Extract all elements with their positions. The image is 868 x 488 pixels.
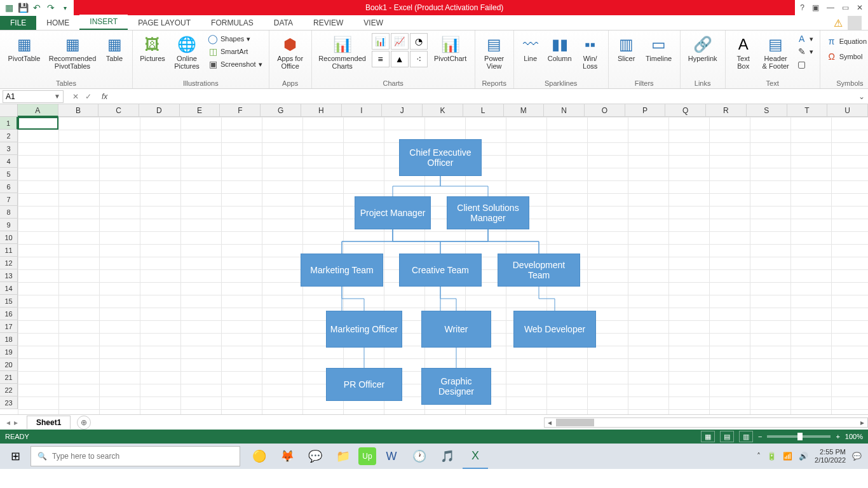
column-header[interactable]: E <box>180 104 220 117</box>
messenger-icon[interactable]: 💬 <box>302 444 328 469</box>
row-header[interactable]: 17 <box>0 320 18 333</box>
row-header[interactable]: 22 <box>0 384 18 396</box>
recommended-charts-button[interactable]: 📊Recommended Charts <box>317 33 368 71</box>
zoom-level[interactable]: 100% <box>845 433 863 440</box>
pie-chart-icon[interactable]: ◔ <box>410 33 428 50</box>
help-icon[interactable]: ? <box>800 3 804 12</box>
maximize-icon[interactable]: ▭ <box>842 3 849 12</box>
column-header[interactable]: C <box>98 104 139 117</box>
apps-for-office-button[interactable]: ⬢Apps for Office <box>275 33 306 71</box>
screenshot-button[interactable]: ▣Screenshot ▾ <box>207 58 264 70</box>
sheet-nav-last-icon[interactable]: ▸ <box>14 418 18 427</box>
row-header[interactable]: 11 <box>0 244 18 257</box>
fx-icon[interactable]: fx <box>98 92 111 101</box>
warning-icon[interactable]: ⚠ <box>834 17 843 29</box>
column-header[interactable]: M <box>504 104 545 117</box>
column-header[interactable]: K <box>423 104 463 117</box>
add-sheet-button[interactable]: ⊕ <box>77 416 91 430</box>
area-chart-icon[interactable]: ▲ <box>391 51 409 67</box>
column-header[interactable]: Q <box>665 104 706 117</box>
chevron-down-icon[interactable]: ▼ <box>54 93 60 100</box>
column-header[interactable]: H <box>301 104 342 117</box>
column-header[interactable]: R <box>706 104 747 117</box>
column-header[interactable]: D <box>139 104 180 117</box>
sparkline-column-button[interactable]: ▮▮Column <box>546 33 574 64</box>
row-header[interactable]: 21 <box>0 371 18 384</box>
row-header[interactable]: 6 <box>0 180 18 193</box>
page-break-view-button[interactable]: ▥ <box>739 431 753 442</box>
smartart-button[interactable]: ◫SmartArt <box>207 46 264 57</box>
org-node[interactable]: PR Officer <box>326 368 402 401</box>
itunes-icon[interactable]: 🎵 <box>435 444 460 469</box>
horizontal-scrollbar[interactable]: ◂ ▸ <box>544 417 868 428</box>
upwork-icon[interactable]: Up <box>358 447 376 465</box>
org-node[interactable]: Creative Team <box>399 254 482 287</box>
sheet-tab-sheet1[interactable]: Sheet1 <box>27 416 71 429</box>
taskbar-search[interactable]: 🔍 Type here to search <box>31 446 240 466</box>
excel-taskbar-icon[interactable]: X <box>463 444 488 469</box>
cell-grid[interactable]: Chief Executive OfficerProject ManagerCl… <box>18 117 868 414</box>
shapes-button[interactable]: ◯Shapes ▾ <box>207 33 264 44</box>
table-button[interactable]: ▦Table <box>102 33 127 64</box>
row-header[interactable]: 15 <box>0 295 18 308</box>
worksheet-area[interactable]: ABCDEFGHIJKLMNOPQRSTU 123456789101112131… <box>0 104 868 414</box>
page-layout-view-button[interactable]: ▤ <box>720 431 734 442</box>
pictures-button[interactable]: 🖼Pictures <box>138 33 167 64</box>
expand-formula-bar-icon[interactable]: ⌄ <box>855 92 868 101</box>
tab-view[interactable]: VIEW <box>353 16 393 30</box>
row-header[interactable]: 19 <box>0 346 18 358</box>
line-chart-icon[interactable]: 📈 <box>391 33 409 50</box>
save-icon[interactable]: 💾 <box>18 3 28 13</box>
org-node[interactable]: Graphic Designer <box>421 368 491 405</box>
redo-icon[interactable]: ↷ <box>46 3 56 13</box>
tab-data[interactable]: DATA <box>264 16 303 30</box>
volume-icon[interactable]: 🔊 <box>799 452 808 461</box>
row-header[interactable]: 23 <box>0 396 18 409</box>
normal-view-button[interactable]: ▦ <box>701 431 715 442</box>
tab-file[interactable]: FILE <box>0 16 36 30</box>
bar-chart-icon[interactable]: 📊 <box>372 33 390 50</box>
row-header[interactable]: 1 <box>0 117 18 130</box>
account-icon[interactable] <box>848 16 862 30</box>
hyperlink-button[interactable]: 🔗Hyperlink <box>686 33 720 64</box>
row-header[interactable]: 2 <box>0 130 18 142</box>
org-node[interactable]: Writer <box>421 311 491 348</box>
column-header[interactable]: A <box>18 104 58 117</box>
slicer-button[interactable]: ▥Slicer <box>614 33 639 64</box>
formula-input[interactable] <box>111 90 855 103</box>
ribbon-options-icon[interactable]: ▣ <box>812 3 819 12</box>
column-header[interactable]: O <box>585 104 625 117</box>
sparkline-winloss-button[interactable]: ▪▪Win/ Loss <box>578 33 603 71</box>
cancel-formula-icon[interactable]: ✕ <box>72 92 79 101</box>
row-header[interactable]: 9 <box>0 219 18 231</box>
recommended-pivottables-button[interactable]: ▦Recommended PivotTables <box>47 33 98 71</box>
column-header[interactable]: T <box>787 104 828 117</box>
column-header[interactable]: N <box>544 104 585 117</box>
clock-app-icon[interactable]: 🕐 <box>407 444 432 469</box>
column-header[interactable]: S <box>747 104 787 117</box>
tab-home[interactable]: HOME <box>36 16 79 30</box>
org-node[interactable]: Client Solutions Manager <box>447 196 529 229</box>
scroll-left-icon[interactable]: ◂ <box>545 418 555 427</box>
notifications-icon[interactable]: 💬 <box>852 452 862 461</box>
org-node[interactable]: Web Developer <box>513 311 596 348</box>
tray-chevron-icon[interactable]: ˄ <box>757 452 761 461</box>
row-header[interactable]: 8 <box>0 206 18 219</box>
column-header[interactable]: F <box>220 104 261 117</box>
chrome-icon[interactable]: 🟡 <box>247 444 272 469</box>
online-pictures-button[interactable]: 🌐Online Pictures <box>171 33 203 71</box>
tab-formulas[interactable]: FORMULAS <box>201 16 264 30</box>
qat-dropdown-icon[interactable]: ▾ <box>60 3 70 13</box>
org-node[interactable]: Chief Executive Officer <box>399 139 482 176</box>
row-header[interactable]: 4 <box>0 155 18 168</box>
firefox-icon[interactable]: 🦊 <box>275 444 300 469</box>
battery-icon[interactable]: 🔋 <box>767 452 776 461</box>
sheet-nav-first-icon[interactable]: ◂ <box>6 418 10 427</box>
tab-insert[interactable]: INSERT <box>79 15 128 30</box>
hbar-chart-icon[interactable]: ≡ <box>372 51 390 67</box>
row-header[interactable]: 13 <box>0 269 18 282</box>
column-header[interactable]: J <box>382 104 423 117</box>
tab-page-layout[interactable]: PAGE LAYOUT <box>128 16 201 30</box>
zoom-in-button[interactable]: + <box>836 433 839 440</box>
minimize-icon[interactable]: — <box>827 3 834 12</box>
